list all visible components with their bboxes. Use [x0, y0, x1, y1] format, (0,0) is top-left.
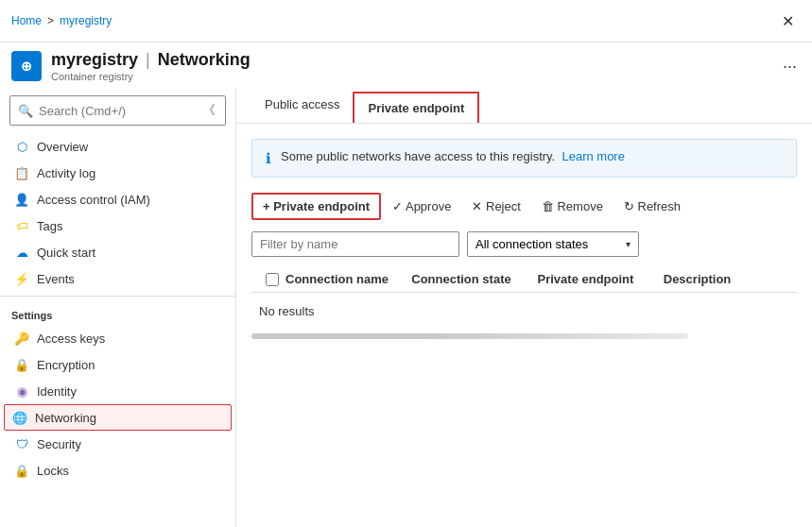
breadcrumb-home[interactable]: Home: [11, 14, 42, 27]
info-banner: ℹ Some public networks have access to th…: [251, 139, 797, 178]
table-header: Connection name Connection state Private…: [251, 266, 797, 293]
remove-button[interactable]: 🗑 Remove: [532, 195, 613, 218]
search-icon: 🔍: [18, 104, 33, 118]
resource-title: myregistry | Networking Container regist…: [51, 50, 769, 82]
sidebar-item-identity[interactable]: ◉ Identity: [0, 378, 235, 404]
page-name: Networking: [158, 50, 251, 70]
col-header-endpoint: Private endpoint: [538, 272, 664, 286]
empty-message: No results: [259, 304, 315, 318]
header-checkbox-cell: [259, 273, 285, 286]
sidebar-label-networking: Networking: [35, 411, 96, 425]
reject-button[interactable]: ✕ Reject: [462, 195, 529, 218]
sidebar-label-overview: Overview: [37, 140, 88, 154]
sidebar-label-tags: Tags: [37, 219, 62, 233]
filter-row: All connection states Approved Pending R…: [251, 231, 797, 257]
more-button[interactable]: ···: [779, 53, 801, 80]
search-input[interactable]: [39, 104, 195, 118]
sidebar-item-events[interactable]: ⚡ Events: [0, 265, 235, 292]
add-private-endpoint-button[interactable]: + Private endpoint: [251, 193, 381, 220]
sidebar-item-access-control[interactable]: 👤 Access control (IAM): [0, 186, 235, 212]
sidebar-item-tags[interactable]: 🏷 Tags: [0, 212, 235, 239]
quickstart-icon: ☁: [14, 245, 29, 260]
networking-icon: 🌐: [12, 410, 27, 425]
security-icon: 🛡: [14, 436, 29, 451]
filter-input[interactable]: [251, 231, 459, 257]
main-layout: 🔍 《 ⬡ Overview 📋 Activity log 👤 Access c…: [0, 88, 812, 527]
scroll-hint: [251, 333, 688, 339]
learn-more-link[interactable]: Learn more: [561, 149, 624, 163]
search-box[interactable]: 🔍 《: [9, 95, 226, 126]
sidebar-label-access-keys: Access keys: [37, 332, 105, 346]
identity-icon: ◉: [14, 383, 29, 399]
sidebar-item-quickstart[interactable]: ☁ Quick start: [0, 239, 235, 265]
col-header-description: Description: [664, 272, 789, 286]
resource-subtitle: Container registry: [51, 71, 769, 82]
overview-icon: ⬡: [14, 139, 29, 154]
registry-icon: ⊕: [11, 51, 42, 81]
encryption-icon: 🔒: [14, 357, 29, 372]
access-keys-icon: 🔑: [14, 331, 29, 346]
sidebar-label-security: Security: [37, 437, 81, 451]
sidebar-item-locks[interactable]: 🔒 Locks: [0, 457, 235, 484]
breadcrumb-current: myregistry: [60, 14, 112, 27]
svg-text:⊕: ⊕: [21, 59, 32, 74]
tab-bar: Public access Private endpoint: [236, 88, 812, 124]
sidebar-item-security[interactable]: 🛡 Security: [0, 431, 235, 457]
content-area: Public access Private endpoint ℹ Some pu…: [236, 88, 812, 527]
title-separator: |: [146, 50, 150, 70]
content-body: ℹ Some public networks have access to th…: [236, 124, 812, 358]
sidebar-label-locks: Locks: [37, 464, 69, 478]
locks-icon: 🔒: [14, 463, 29, 478]
refresh-button[interactable]: ↻ Refresh: [614, 195, 690, 218]
info-icon: ℹ: [266, 150, 271, 167]
top-bar: Home > myregistry ✕: [0, 0, 812, 42]
sidebar-item-access-keys[interactable]: 🔑 Access keys: [0, 325, 235, 351]
close-button[interactable]: ✕: [774, 8, 801, 34]
sidebar-label-quickstart: Quick start: [37, 246, 95, 260]
events-icon: ⚡: [14, 271, 29, 286]
collapse-button[interactable]: 《: [200, 100, 217, 121]
sidebar-divider: [0, 296, 235, 297]
sidebar-item-overview[interactable]: ⬡ Overview: [0, 133, 235, 160]
col-header-state: Connection state: [411, 272, 537, 286]
sidebar: 🔍 《 ⬡ Overview 📋 Activity log 👤 Access c…: [0, 88, 236, 527]
sidebar-label-access-control: Access control (IAM): [37, 193, 150, 207]
tab-public-access[interactable]: Public access: [251, 88, 353, 123]
select-all-checkbox[interactable]: [266, 273, 279, 286]
state-filter-wrapper: All connection states Approved Pending R…: [467, 231, 639, 257]
breadcrumb: Home > myregistry: [11, 14, 774, 27]
breadcrumb-separator: >: [47, 14, 54, 27]
sidebar-label-activity-log: Activity log: [37, 166, 95, 180]
sidebar-label-events: Events: [37, 272, 75, 286]
activity-log-icon: 📋: [14, 165, 29, 180]
sidebar-item-networking[interactable]: 🌐 Networking: [4, 404, 232, 431]
resource-name: myregistry: [51, 50, 138, 70]
sidebar-item-encryption[interactable]: 🔒 Encryption: [0, 351, 235, 378]
tags-icon: 🏷: [14, 218, 29, 233]
resource-header: ⊕ myregistry | Networking Container regi…: [0, 42, 812, 88]
table-body: No results: [251, 293, 797, 330]
info-text: Some public networks have access to this…: [281, 149, 625, 163]
settings-section-label: Settings: [0, 300, 235, 325]
app-container: Home > myregistry ✕ ⊕ myregistry | Netwo…: [0, 0, 812, 527]
tab-private-endpoint[interactable]: Private endpoint: [353, 92, 479, 123]
sidebar-item-activity-log[interactable]: 📋 Activity log: [0, 160, 235, 186]
sidebar-label-identity: Identity: [37, 384, 77, 399]
col-header-name: Connection name: [285, 272, 411, 286]
approve-button[interactable]: ✓ Approve: [383, 195, 460, 218]
state-filter-select[interactable]: All connection states Approved Pending R…: [468, 232, 638, 256]
sidebar-label-encryption: Encryption: [37, 358, 95, 372]
toolbar: + Private endpoint ✓ Approve ✕ Reject 🗑 …: [251, 193, 797, 220]
access-control-icon: 👤: [14, 192, 29, 207]
